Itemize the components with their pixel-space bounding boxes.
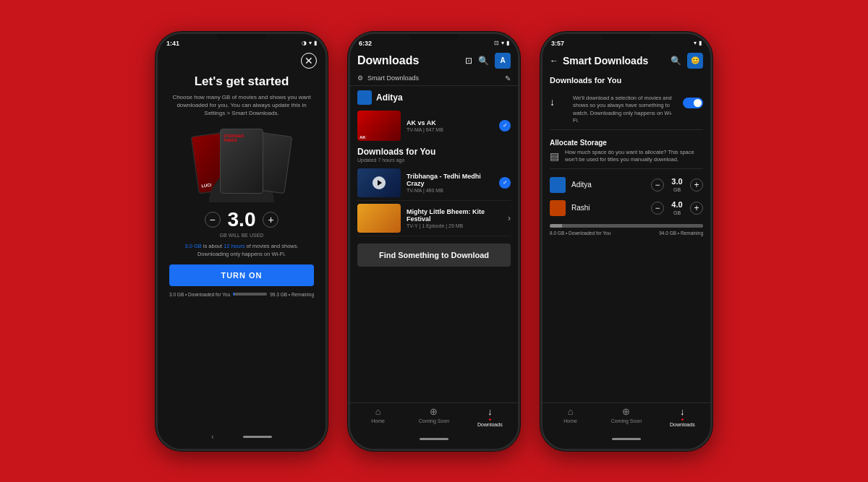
phone-1: 1:41 ◑ ▾ ▮ ✕ Let's get started Choose ho… [156, 32, 328, 451]
downloads-section: Aditya AK AK vs AK TV-MA | 647 MB ✓ Down… [350, 86, 518, 403]
used-portion [550, 224, 562, 228]
dfy-description: We'll download a selection of movies and… [573, 95, 677, 125]
storage-remaining-label: 99.3 GB • Remaining [270, 292, 314, 297]
profile-avatar[interactable]: A [495, 53, 511, 69]
gb-display-aditya: 3.0 GB [667, 177, 687, 191]
appbar-icons: ⊡ 🔍 A [465, 53, 511, 69]
thumb-text: AK [359, 135, 366, 139]
status-icons: ⊡ ▾ ▮ [494, 40, 509, 46]
profile-icon [357, 90, 372, 105]
back-button[interactable]: ← [550, 56, 558, 66]
downloads-label: Downloads [477, 422, 503, 427]
item-title: AK vs AK [407, 119, 493, 126]
smart-downloads-row[interactable]: ⚙ Smart Downloads ✎ [350, 72, 518, 86]
cast-button[interactable]: ⊡ [465, 56, 472, 66]
p1-main-content: Let's get started Choose how many GB of … [158, 72, 326, 429]
search-button[interactable]: 🔍 [478, 56, 489, 66]
status-icons: ◑ ▾ ▮ [302, 40, 317, 46]
gb-value-rashi: 4.0 [667, 200, 687, 210]
thumbnail-tribhanga [357, 168, 401, 197]
close-button[interactable]: ✕ [301, 53, 317, 69]
increase-rashi-button[interactable]: + [690, 202, 703, 215]
increase-aditya-button[interactable]: + [690, 178, 703, 191]
storage-bar-track [233, 293, 267, 296]
side-button [326, 106, 328, 135]
bottom-nav: ⌂ Home ⊕ Coming Soon ↓ Downloads [542, 403, 710, 433]
bar-labels: 8.0 GB • Downloaded for You 94.0 GB • Re… [550, 231, 703, 236]
gb-control-rashi: − 4.0 GB + [651, 200, 703, 215]
user-row-aditya: Aditya − 3.0 GB + [550, 173, 703, 197]
active-dot [489, 418, 491, 421]
home-icon: ⌂ [375, 406, 381, 417]
nav-item-coming-soon[interactable]: ⊕ Coming Soon [598, 406, 654, 427]
settings-icon: ⚙ [357, 74, 363, 82]
edit-icon[interactable]: ✎ [505, 74, 511, 82]
app-bar: Downloads ⊡ 🔍 A [350, 50, 518, 72]
dfy-item-2[interactable]: Mighty Little Bheem: Kite Festival TV-Y … [357, 201, 511, 236]
nav-item-home[interactable]: ⌂ Home [542, 406, 598, 427]
dfy-item-1[interactable]: Tribhanga - Tedhi Medhi Crazy TV-MA | 46… [357, 165, 511, 201]
dfy-subtitle: Updated 7 hours ago [357, 158, 435, 163]
gb-unit-rashi: GB [667, 210, 687, 215]
gb-control-aditya: − 3.0 GB + [651, 177, 703, 191]
page-title: Let's get started [195, 74, 289, 89]
decrease-gb-button[interactable]: − [205, 212, 221, 228]
item-meta-2: TV-MA | 460 MB [407, 188, 493, 193]
gb-value: 3.0 [228, 208, 256, 231]
download-item-1[interactable]: AK AK vs AK TV-MA | 647 MB ✓ [350, 108, 518, 144]
used-label: 8.0 GB • Downloaded for You [550, 231, 610, 236]
coming-soon-icon: ⊕ [622, 406, 630, 417]
bottom-nav: ⌂ Home ⊕ Coming Soon ↓ Downloads [350, 403, 518, 433]
increase-gb-button[interactable]: + [263, 212, 278, 228]
allocate-description: How much space do you want to allocate? … [565, 149, 703, 164]
storage-bar-section: 8.0 GB • Downloaded for You 94.0 GB • Re… [550, 224, 703, 236]
profile-avatar[interactable]: 😊 [687, 53, 703, 69]
find-something-button[interactable]: Find Something to Download [357, 244, 511, 267]
active-dot [681, 418, 684, 421]
item-info: AK vs AK TV-MA | 647 MB [407, 119, 493, 132]
poster-stranger-things [220, 129, 263, 194]
dfy-toggle[interactable] [683, 98, 703, 108]
hours-highlight: 12 hours [224, 243, 244, 249]
back-nav-icon[interactable]: ‹ [211, 433, 213, 441]
user-name-aditya: Aditya [571, 181, 645, 189]
user-avatar-aditya [550, 177, 566, 193]
turn-on-button[interactable]: TURN ON [169, 264, 314, 286]
nav-item-downloads[interactable]: ↓ Downloads [462, 406, 518, 427]
dfy-row: ↓ We'll download a selection of movies a… [550, 90, 703, 130]
downloads-label: Downloads [670, 422, 695, 427]
wifi-icon: ▾ [694, 40, 697, 46]
storage-used-label: 3.0 GB • Downloaded for You [169, 292, 230, 297]
home-indicator [612, 438, 641, 440]
decrease-rashi-button[interactable]: − [651, 202, 664, 215]
appbar-right: 🔍 😊 [671, 53, 703, 69]
nav-item-coming-soon[interactable]: ⊕ Coming Soon [406, 406, 461, 427]
gb-highlight: 3.0 GB [184, 243, 201, 249]
search-button[interactable]: 🔍 [671, 56, 681, 66]
user-avatar-rashi [550, 200, 566, 216]
nav-item-downloads[interactable]: ↓ Downloads [655, 406, 710, 427]
dfy-title: Downloads for You [357, 147, 435, 157]
allocate-section: Allocate Storage ▤ How much space do you… [550, 134, 703, 169]
remaining-portion [562, 224, 703, 228]
phone1-content: ✕ Let's get started Choose how many GB o… [158, 50, 326, 449]
dfy-text: We'll download a selection of movies and… [573, 95, 677, 125]
decrease-aditya-button[interactable]: − [651, 178, 664, 191]
info-text: 3.0 GB is about 12 hours of movies and s… [184, 242, 298, 259]
phone-2: 6:32 ⊡ ▾ ▮ Downloads ⊡ 🔍 A ⚙ Smart Downl… [348, 32, 520, 451]
storage-bar-track [550, 224, 703, 228]
thumbnail-akvak: AK [357, 111, 401, 141]
download-for-you-icon: ↓ [550, 96, 567, 113]
gb-control: − 3.0 + [205, 208, 279, 231]
smart-downloads-left: ⚙ Smart Downloads [357, 74, 419, 82]
section-title: Downloads for You [550, 76, 703, 85]
download-check-icon-2: ✓ [499, 177, 511, 189]
play-overlay [373, 176, 386, 189]
coming-soon-label: Coming Soon [419, 418, 449, 423]
profile-row: Aditya [350, 86, 518, 108]
nav-item-home[interactable]: ⌂ Home [350, 406, 406, 427]
dfy-header-left: Downloads for You Updated 7 hours ago [357, 147, 435, 163]
status-time: 1:41 [166, 40, 179, 47]
allocate-row: ▤ How much space do you want to allocate… [550, 149, 703, 164]
coming-soon-label: Coming Soon [611, 418, 642, 423]
